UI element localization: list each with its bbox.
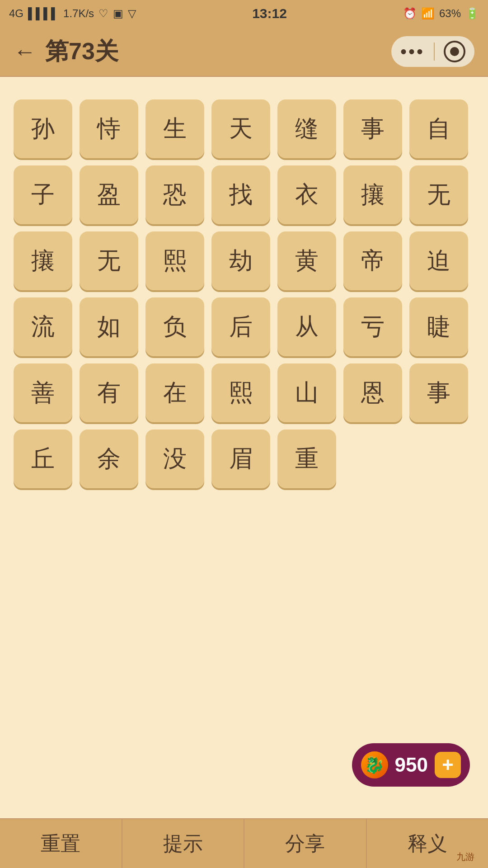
char-row-3: 流如负后从亏睫 — [14, 297, 474, 356]
nav-divider — [434, 42, 435, 61]
nav-right-controls: ••• — [391, 36, 474, 67]
add-coin-button[interactable]: + — [435, 752, 461, 778]
record-button[interactable] — [444, 41, 465, 62]
char-cell-4-3[interactable]: 熙 — [211, 363, 270, 422]
network-indicator: 4G — [9, 7, 23, 20]
alarm-icon: ⏰ — [403, 7, 417, 20]
char-cell-5-2[interactable]: 没 — [145, 429, 204, 488]
signal-bars: ▌▌▌▌ — [28, 7, 59, 20]
time-display: 13:12 — [252, 6, 287, 21]
char-cell-5-4[interactable]: 重 — [277, 429, 336, 488]
page-title: 第73关 — [45, 36, 118, 67]
speed-indicator: 1.7K/s — [63, 7, 94, 20]
char-cell-4-2[interactable]: 在 — [145, 363, 204, 422]
char-cell-4-4[interactable]: 山 — [277, 363, 336, 422]
char-cell-2-6[interactable]: 迫 — [409, 231, 468, 290]
char-cell-4-5[interactable]: 恩 — [343, 363, 402, 422]
char-cell-3-3[interactable]: 后 — [211, 297, 270, 356]
coin-display: 🐉 950 + — [352, 743, 470, 787]
char-cell-5-0[interactable]: 丘 — [14, 429, 72, 488]
nav-left: ← 第73关 — [14, 36, 118, 67]
record-icon — [450, 47, 459, 56]
share-button[interactable]: 分享 — [244, 819, 367, 868]
coin-icon: 🐉 — [361, 751, 388, 778]
battery-percentage: 63% — [439, 7, 461, 20]
status-right: ⏰ 📶 63% 🔋 — [403, 7, 479, 20]
back-button[interactable]: ← — [14, 38, 36, 65]
char-cell-4-1[interactable]: 有 — [80, 363, 138, 422]
char-cell-5-1[interactable]: 余 — [80, 429, 138, 488]
character-grid: 孙恃生天缝事自子盈恐找衣攘无攘无熙劫黄帝迫流如负后从亏睫善有在熙山恩事丘余没眉重 — [14, 99, 474, 488]
char-cell-3-4[interactable]: 从 — [277, 297, 336, 356]
char-row-0: 孙恃生天缝事自 — [14, 99, 474, 158]
char-cell-3-0[interactable]: 流 — [14, 297, 72, 356]
vpn-icon: ♡ — [99, 7, 108, 20]
char-cell-1-1[interactable]: 盈 — [80, 165, 138, 224]
char-row-2: 攘无熙劫黄帝迫 — [14, 231, 474, 290]
char-cell-1-4[interactable]: 衣 — [277, 165, 336, 224]
char-cell-1-6[interactable]: 无 — [409, 165, 468, 224]
char-row-5: 丘余没眉重 — [14, 429, 474, 488]
status-bar: 4G ▌▌▌▌ 1.7K/s ♡ ▣ ▽ 13:12 ⏰ 📶 63% 🔋 — [0, 0, 488, 27]
char-cell-2-3[interactable]: 劫 — [211, 231, 270, 290]
char-cell-1-3[interactable]: 找 — [211, 165, 270, 224]
status-left: 4G ▌▌▌▌ 1.7K/s ♡ ▣ ▽ — [9, 7, 136, 20]
meaning-button[interactable]: 释义 九游 — [367, 819, 488, 868]
hint-button[interactable]: 提示 — [122, 819, 245, 868]
wifi-icon: ▽ — [128, 7, 136, 20]
more-options-button[interactable]: ••• — [400, 42, 425, 62]
char-row-1: 子盈恐找衣攘无 — [14, 165, 474, 224]
nav-bar: ← 第73关 ••• — [0, 27, 488, 77]
bottom-bar: 重置 提示 分享 释义 九游 — [0, 818, 488, 868]
char-cell-2-2[interactable]: 熙 — [145, 231, 204, 290]
char-cell-3-2[interactable]: 负 — [145, 297, 204, 356]
char-cell-0-3[interactable]: 天 — [211, 99, 270, 158]
reset-button[interactable]: 重置 — [0, 819, 122, 868]
char-cell-3-6[interactable]: 睫 — [409, 297, 468, 356]
char-cell-5-3[interactable]: 眉 — [211, 429, 270, 488]
char-cell-3-5[interactable]: 亏 — [343, 297, 402, 356]
char-cell-2-4[interactable]: 黄 — [277, 231, 336, 290]
coin-amount: 950 — [395, 754, 428, 776]
char-cell-0-1[interactable]: 恃 — [80, 99, 138, 158]
char-cell-3-1[interactable]: 如 — [80, 297, 138, 356]
char-cell-0-2[interactable]: 生 — [145, 99, 204, 158]
char-cell-0-4[interactable]: 缝 — [277, 99, 336, 158]
char-cell-0-6[interactable]: 自 — [409, 99, 468, 158]
char-cell-2-1[interactable]: 无 — [80, 231, 138, 290]
char-cell-0-5[interactable]: 事 — [343, 99, 402, 158]
char-cell-4-6[interactable]: 事 — [409, 363, 468, 422]
char-cell-2-5[interactable]: 帝 — [343, 231, 402, 290]
char-cell-0-0[interactable]: 孙 — [14, 99, 72, 158]
char-cell-1-2[interactable]: 恐 — [145, 165, 204, 224]
game-area: 孙恃生天缝事自子盈恐找衣攘无攘无熙劫黄帝迫流如负后从亏睫善有在熙山恩事丘余没眉重… — [0, 77, 488, 823]
char-row-4: 善有在熙山恩事 — [14, 363, 474, 422]
char-cell-4-0[interactable]: 善 — [14, 363, 72, 422]
char-cell-1-0[interactable]: 子 — [14, 165, 72, 224]
char-cell-2-0[interactable]: 攘 — [14, 231, 72, 290]
wifi-strength-icon: 📶 — [421, 7, 435, 20]
sim-icon: ▣ — [113, 7, 123, 20]
char-cell-1-5[interactable]: 攘 — [343, 165, 402, 224]
logo-text: 九游 — [447, 848, 483, 866]
battery-icon: 🔋 — [465, 7, 479, 20]
